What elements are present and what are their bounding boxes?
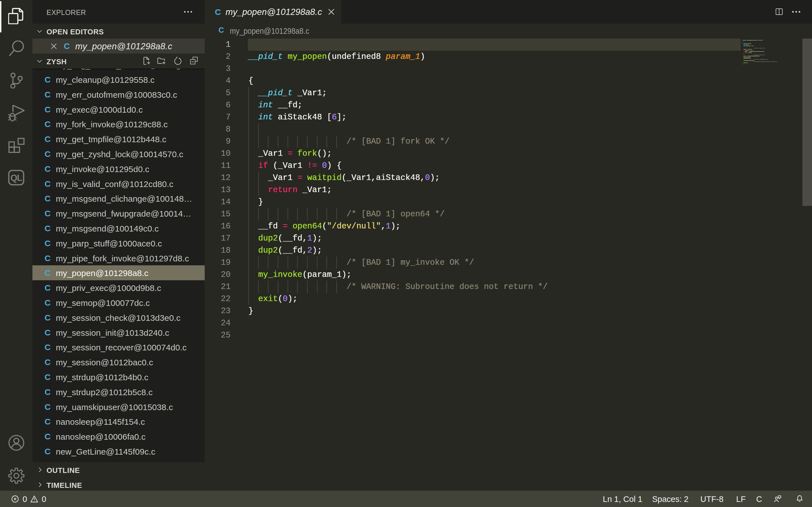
- svg-text:QL: QL: [10, 173, 22, 183]
